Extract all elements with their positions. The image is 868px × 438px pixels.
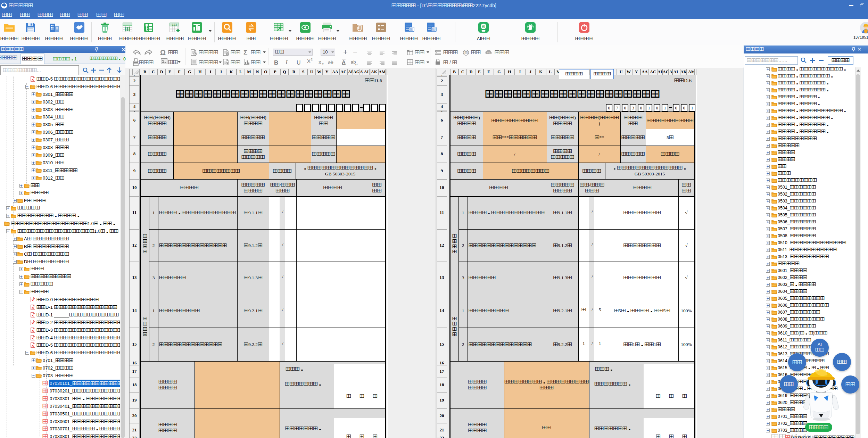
- svg-text:轴: 轴: [464, 51, 468, 54]
- svg-text:123: 123: [172, 23, 177, 26]
- svg-text:AI: AI: [482, 25, 485, 28]
- svg-text:7℃: 7℃: [487, 51, 491, 54]
- svg-text:部: 部: [125, 26, 130, 32]
- svg-text:表: 表: [410, 28, 413, 31]
- svg-text:验: 验: [432, 28, 436, 31]
